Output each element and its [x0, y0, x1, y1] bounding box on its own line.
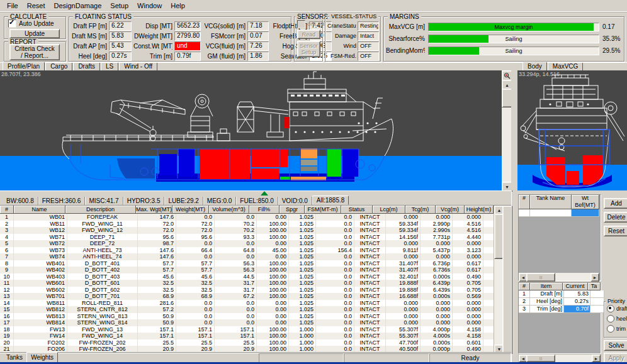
table-cell[interactable]: WB601 — [14, 280, 67, 287]
table-cell[interactable]: 0.000s — [421, 293, 453, 300]
table-cell[interactable]: 1.025 — [289, 273, 316, 280]
table-cell[interactable]: 12 — [0, 287, 14, 294]
view-tab-cargo[interactable]: Cargo — [45, 62, 72, 71]
table-cell[interactable]: 100.00 — [257, 260, 289, 267]
tank-tab-all[interactable]: All:1885.8 — [312, 196, 349, 205]
table-cell[interactable]: 0.0 — [215, 253, 257, 260]
picker-hscroll-thumb[interactable]: ||| — [526, 273, 555, 282]
table-cell[interactable]: DEEP_72 — [67, 240, 138, 247]
auto-update-checkbox[interactable]: ✓ Auto Update — [8, 19, 54, 28]
table-cell[interactable]: 100.00 — [257, 267, 289, 273]
table-cell[interactable]: 57.7 — [138, 267, 176, 273]
table-cell[interactable]: WB12 — [14, 227, 67, 234]
table-cell[interactable]: 6.736s — [421, 267, 453, 273]
table-cell[interactable]: 19 — [0, 333, 14, 339]
table-cell[interactable]: WB72 — [14, 240, 67, 247]
table-cell[interactable]: Empty — [483, 214, 494, 221]
menu-item-file[interactable]: File — [3, 1, 23, 11]
table-row[interactable]: 18FW13FWD_WING_13157.1157.1157.1100.001.… — [0, 326, 494, 333]
table-cell[interactable]: 1.025 — [289, 221, 316, 228]
table-row[interactable]: 10WB403D_BOTT_40345.645.644.5100.001.025… — [0, 273, 494, 280]
solver-cell[interactable]: Draft [m] — [530, 290, 564, 298]
table-cell[interactable]: FW14 — [14, 333, 67, 339]
table-cell[interactable]: 0.0 — [215, 300, 257, 307]
tank-tab-meg[interactable]: MEG:0.0 — [203, 197, 236, 205]
table-cell[interactable]: D_BOTT_701 — [67, 293, 138, 300]
table-cell[interactable]: 0.000 — [421, 300, 453, 307]
table-cell[interactable]: 0.0 — [176, 300, 215, 307]
table-cell[interactable]: INTACT — [354, 326, 386, 333]
profile-view-canvas[interactable]: 28.707f, 23.386 — [0, 70, 502, 190]
table-cell[interactable]: 72.0 — [176, 221, 215, 228]
table-cell[interactable]: 13 — [0, 293, 14, 300]
table-cell[interactable]: 100.00 — [257, 333, 289, 339]
picker-column-1[interactable]: Tank Name — [530, 195, 572, 209]
solver-hscroll-thumb[interactable]: ||| — [526, 355, 555, 362]
solver-column-2[interactable]: Current — [563, 283, 588, 290]
table-cell[interactable]: INTACT — [354, 280, 386, 287]
table-cell[interactable]: 0.490 — [453, 273, 483, 280]
table-cell[interactable]: 0.000 — [386, 319, 421, 326]
menu-item-setup[interactable]: Setup — [106, 1, 133, 11]
view-tab-ls[interactable]: LS — [101, 62, 118, 71]
column-header-12[interactable]: Vcg(m) — [436, 206, 465, 214]
table-cell[interactable]: D_BOTT_601 — [67, 280, 138, 287]
picker-cell-1[interactable] — [530, 209, 572, 217]
tank-tab-misc[interactable]: MISC:41.7 — [85, 197, 123, 205]
table-cell[interactable]: 32.5 — [176, 280, 215, 287]
table-cell[interactable]: 59.334f — [386, 221, 421, 228]
table-cell[interactable]: 4.516 — [453, 221, 483, 228]
table-cell[interactable]: 0.00 — [257, 214, 289, 221]
table-cell[interactable]: FWD_WING_13 — [67, 326, 138, 333]
table-row[interactable]: 2WB11FWD_WING_1172.072.070.2100.001.0250… — [0, 221, 494, 228]
table-cell[interactable]: 1 — [0, 214, 14, 221]
solver-cell[interactable]: 3 — [519, 306, 530, 313]
table-cell[interactable]: 32.5 — [138, 287, 176, 294]
table-cell[interactable]: 5 — [0, 240, 14, 247]
table-row[interactable]: 19FW14FWD_WING_14157.1157.1157.1100.001.… — [0, 333, 494, 339]
table-cell[interactable]: 19.888f — [386, 287, 421, 294]
table-cell[interactable]: 0.0 — [316, 221, 354, 228]
table-cell[interactable]: 147.6 — [138, 214, 176, 221]
table-cell[interactable]: 100.00 — [257, 293, 289, 300]
table-cell[interactable]: INTACT — [354, 333, 386, 339]
table-cell[interactable]: 1.025 — [289, 313, 316, 320]
table-cell[interactable]: WB11 — [14, 221, 67, 228]
tank-tab-hydro[interactable]: HYDRO:3.5 — [123, 197, 165, 205]
table-cell[interactable]: WB71 — [14, 234, 67, 241]
table-cell[interactable]: 0.000 — [386, 240, 421, 247]
table-cell[interactable]: WB403 — [14, 273, 67, 280]
table-cell[interactable]: 44.5 — [215, 273, 257, 280]
add-button[interactable]: Add — [604, 198, 627, 209]
table-cell[interactable]: WB811 — [14, 300, 67, 307]
update-button[interactable]: Update — [9, 29, 60, 38]
solver-cell[interactable]: Trim [deg] — [530, 306, 564, 313]
table-cell[interactable]: 1.025 — [289, 240, 316, 247]
table-cell[interactable]: 0.000 — [453, 319, 483, 326]
table-cell[interactable]: 0.0 — [316, 319, 354, 326]
table-cell[interactable]: WB701 — [14, 293, 67, 300]
table-cell[interactable]: 32.5 — [176, 287, 215, 294]
table-cell[interactable]: 2.990s — [421, 227, 453, 234]
table-cell[interactable]: 0.0 — [176, 240, 215, 247]
table-cell[interactable]: 0.00 — [257, 240, 289, 247]
table-cell[interactable]: 5.437p — [421, 247, 453, 254]
table-cell[interactable]: INTACT — [354, 247, 386, 254]
solver-column-3[interactable]: Ta — [588, 283, 601, 290]
table-cell[interactable]: STERN_CNTR_812 — [67, 306, 138, 313]
table-cell[interactable]: 95.6 — [138, 234, 176, 241]
solve-button[interactable]: Solve — [604, 340, 627, 351]
table-cell[interactable]: 4.158 — [453, 333, 483, 339]
table-cell[interactable]: 7.731p — [421, 234, 453, 241]
table-cell[interactable]: 45.00 — [257, 247, 289, 254]
solver-cell[interactable]: 5.83 — [564, 290, 590, 298]
table-cell[interactable]: Empty — [483, 319, 494, 326]
tank-tab-void[interactable]: VOID:0.0 — [278, 197, 312, 205]
table-cell[interactable]: 9 — [0, 267, 14, 273]
table-cell[interactable]: 4 — [0, 234, 14, 241]
table-cell[interactable]: 57.7 — [176, 260, 215, 267]
table-cell[interactable]: 45.6 — [138, 273, 176, 280]
table-cell[interactable]: 16 — [0, 313, 14, 320]
table-cell[interactable]: 0.000 — [453, 300, 483, 307]
column-header-8[interactable]: FSM(MT-m) — [305, 206, 341, 214]
